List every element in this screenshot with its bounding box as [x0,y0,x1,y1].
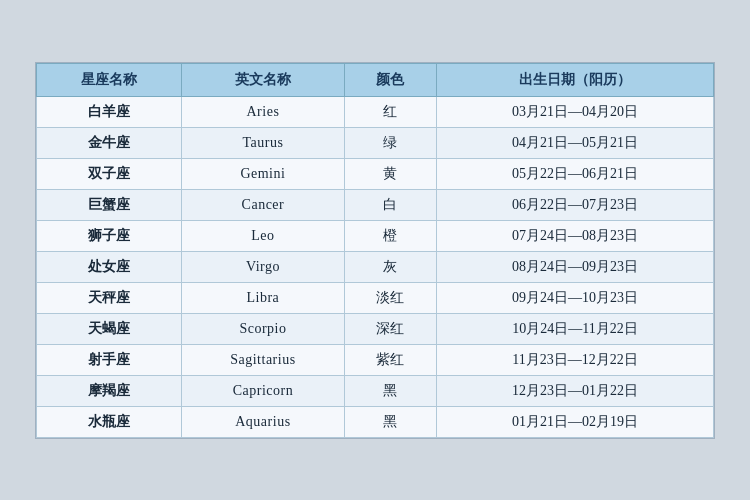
cell-chinese-name: 白羊座 [37,96,182,127]
cell-color: 黄 [344,158,436,189]
table-row: 巨蟹座Cancer白06月22日—07月23日 [37,189,714,220]
header-dates: 出生日期（阳历） [437,63,714,96]
cell-english-name: Virgo [182,251,345,282]
cell-color: 紫红 [344,344,436,375]
table-row: 天秤座Libra淡红09月24日—10月23日 [37,282,714,313]
cell-chinese-name: 射手座 [37,344,182,375]
cell-english-name: Scorpio [182,313,345,344]
table-row: 金牛座Taurus绿04月21日—05月21日 [37,127,714,158]
cell-dates: 03月21日—04月20日 [437,96,714,127]
cell-english-name: Gemini [182,158,345,189]
table-row: 处女座Virgo灰08月24日—09月23日 [37,251,714,282]
zodiac-table-container: 星座名称 英文名称 颜色 出生日期（阳历） 白羊座Aries红03月21日—04… [35,62,715,439]
cell-dates: 06月22日—07月23日 [437,189,714,220]
cell-dates: 04月21日—05月21日 [437,127,714,158]
table-row: 天蝎座Scorpio深红10月24日—11月22日 [37,313,714,344]
cell-color: 黑 [344,406,436,437]
cell-english-name: Sagittarius [182,344,345,375]
cell-dates: 05月22日—06月21日 [437,158,714,189]
table-row: 射手座Sagittarius紫红11月23日—12月22日 [37,344,714,375]
cell-dates: 09月24日—10月23日 [437,282,714,313]
cell-english-name: Aquarius [182,406,345,437]
cell-chinese-name: 天秤座 [37,282,182,313]
table-row: 狮子座Leo橙07月24日—08月23日 [37,220,714,251]
cell-chinese-name: 狮子座 [37,220,182,251]
cell-dates: 08月24日—09月23日 [437,251,714,282]
cell-chinese-name: 处女座 [37,251,182,282]
cell-english-name: Leo [182,220,345,251]
cell-color: 绿 [344,127,436,158]
cell-english-name: Libra [182,282,345,313]
cell-color: 橙 [344,220,436,251]
cell-dates: 07月24日—08月23日 [437,220,714,251]
cell-english-name: Capricorn [182,375,345,406]
cell-color: 黑 [344,375,436,406]
header-color: 颜色 [344,63,436,96]
table-row: 摩羯座Capricorn黑12月23日—01月22日 [37,375,714,406]
cell-chinese-name: 摩羯座 [37,375,182,406]
cell-color: 白 [344,189,436,220]
cell-chinese-name: 天蝎座 [37,313,182,344]
table-header-row: 星座名称 英文名称 颜色 出生日期（阳历） [37,63,714,96]
header-chinese-name: 星座名称 [37,63,182,96]
cell-english-name: Taurus [182,127,345,158]
cell-chinese-name: 水瓶座 [37,406,182,437]
zodiac-table: 星座名称 英文名称 颜色 出生日期（阳历） 白羊座Aries红03月21日—04… [36,63,714,438]
cell-color: 淡红 [344,282,436,313]
cell-color: 红 [344,96,436,127]
cell-color: 深红 [344,313,436,344]
header-english-name: 英文名称 [182,63,345,96]
cell-chinese-name: 金牛座 [37,127,182,158]
cell-chinese-name: 双子座 [37,158,182,189]
cell-color: 灰 [344,251,436,282]
table-row: 双子座Gemini黄05月22日—06月21日 [37,158,714,189]
cell-english-name: Aries [182,96,345,127]
cell-dates: 12月23日—01月22日 [437,375,714,406]
cell-dates: 11月23日—12月22日 [437,344,714,375]
table-body: 白羊座Aries红03月21日—04月20日金牛座Taurus绿04月21日—0… [37,96,714,437]
cell-english-name: Cancer [182,189,345,220]
cell-dates: 10月24日—11月22日 [437,313,714,344]
table-row: 白羊座Aries红03月21日—04月20日 [37,96,714,127]
table-row: 水瓶座Aquarius黑01月21日—02月19日 [37,406,714,437]
cell-chinese-name: 巨蟹座 [37,189,182,220]
cell-dates: 01月21日—02月19日 [437,406,714,437]
